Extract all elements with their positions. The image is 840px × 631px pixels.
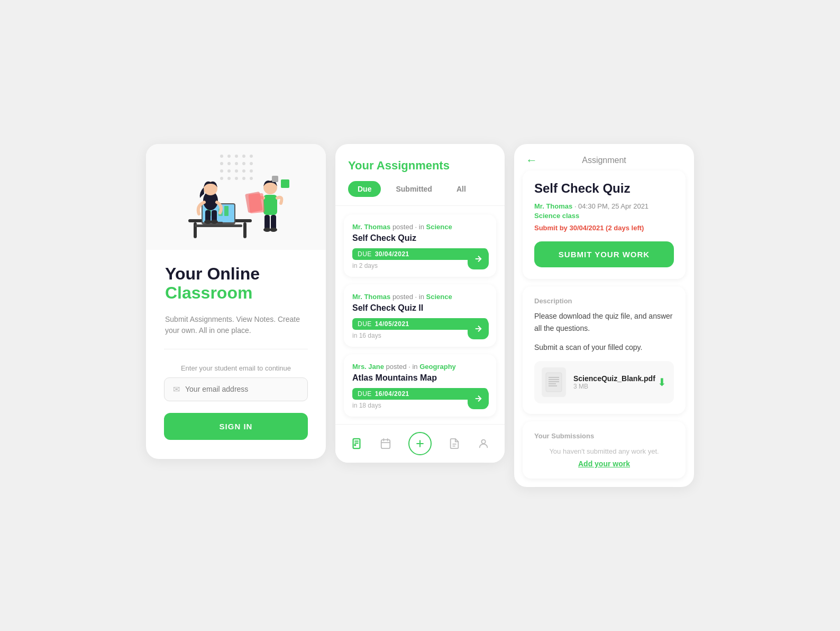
svg-rect-6 <box>217 222 223 224</box>
svg-rect-2 <box>243 222 246 238</box>
screens-container: Your Online Classroom Submit Assignments… <box>146 144 694 486</box>
email-input-container[interactable]: ✉ <box>164 377 308 401</box>
nav-profile-icon[interactable] <box>477 437 490 450</box>
poster-name-1: Mr. Thomas <box>352 223 390 231</box>
file-attachment: ScienceQuiz_Blank.pdf 3 MB ⬇ <box>534 361 674 403</box>
login-subtitle: Submit Assignments. View Notes. Create y… <box>146 307 326 349</box>
email-icon: ✉ <box>173 384 180 394</box>
detail-header: ← Assignment <box>514 144 694 170</box>
due-label-2: DUE <box>358 320 372 328</box>
card-poster-3: Mrs. Jane posted · in Geography <box>352 363 488 371</box>
svg-point-21 <box>263 228 271 232</box>
arrow-button-1[interactable] <box>468 248 489 269</box>
assignment-card: Mr. Thomas posted · in Science Self Chec… <box>344 284 496 347</box>
posted-time: · 04:30 PM, 25 Apr 2021 <box>574 202 649 210</box>
arrow-button-2[interactable] <box>468 318 489 339</box>
card-poster-1: Mr. Thomas posted · in Science <box>352 223 488 231</box>
svg-rect-24 <box>248 193 264 213</box>
poster-name-3: Mrs. Jane <box>352 363 384 371</box>
poster-subject-1: Science <box>426 223 452 231</box>
poster-subject-3: Geography <box>419 363 456 371</box>
poster-text-2: posted · in <box>392 293 426 301</box>
assignments-label: Assignments <box>377 159 450 172</box>
poster-text-1: posted · in <box>392 223 426 231</box>
svg-rect-19 <box>264 215 270 230</box>
svg-rect-10 <box>224 206 229 216</box>
card-title-2: Self Check Quiz II <box>352 303 488 313</box>
tab-all[interactable]: All <box>447 181 476 197</box>
svg-point-16 <box>211 220 218 224</box>
svg-point-42 <box>482 440 486 444</box>
quiz-title: Self Check Quiz <box>534 181 674 196</box>
svg-point-22 <box>270 228 277 232</box>
svg-rect-26 <box>272 176 278 182</box>
svg-rect-34 <box>381 440 390 449</box>
no-submission-text: You haven't submitted any work yet. <box>534 447 674 455</box>
title-line2: Classroom <box>165 284 307 302</box>
title-line1: Your Online <box>165 265 307 283</box>
due-date-2: 14/05/2021 <box>375 320 409 328</box>
login-title-area: Your Online Classroom <box>146 250 326 306</box>
due-text: Submit by 30/04/2021 (2 days left) <box>534 224 674 232</box>
due-date-1: 30/04/2021 <box>375 250 409 258</box>
desc-text-1: Please download the quiz file, and answe… <box>534 310 674 334</box>
svg-rect-20 <box>271 215 276 230</box>
poster-subject-2: Science <box>426 293 452 301</box>
due-label-1: DUE <box>358 250 372 258</box>
svg-rect-25 <box>281 179 289 188</box>
tabs-row: Due Submitted All <box>335 181 505 206</box>
arrow-button-3[interactable] <box>468 388 489 409</box>
nav-calendar-icon[interactable] <box>379 437 392 450</box>
bottom-nav <box>335 424 505 463</box>
teacher-info: Mr. Thomas · 04:30 PM, 25 Apr 2021 <box>534 202 674 210</box>
file-info: ScienceQuiz_Blank.pdf 3 MB <box>573 374 658 390</box>
svg-point-33 <box>354 445 355 446</box>
submissions-card: Your Submissions You haven't submitted a… <box>523 421 686 479</box>
svg-rect-18 <box>263 195 277 215</box>
due-date-3: 16/04/2021 <box>375 390 409 398</box>
nav-add-icon[interactable] <box>408 432 432 455</box>
divider <box>164 349 308 349</box>
card-title-3: Atlas Mountains Map <box>352 373 488 383</box>
submit-work-button[interactable]: SUBMIT YOUR WORK <box>534 241 674 267</box>
teacher-name: Mr. Thomas <box>534 202 572 210</box>
desc-text-2: Submit a scan of your filled copy. <box>534 341 674 353</box>
svg-rect-43 <box>546 373 562 392</box>
nav-assignments-icon[interactable] <box>350 437 363 450</box>
due-label-3: DUE <box>358 390 372 398</box>
signin-button[interactable]: SIGN IN <box>164 413 308 440</box>
submissions-label: Your Submissions <box>534 432 674 440</box>
back-button[interactable]: ← <box>526 154 537 167</box>
class-name: Science class <box>534 212 674 220</box>
file-thumbnail <box>542 367 566 397</box>
assignment-card: Mr. Thomas posted · in Science Self Chec… <box>344 214 496 277</box>
download-icon[interactable]: ⬇ <box>658 376 666 389</box>
detail-top-card: Self Check Quiz Mr. Thomas · 04:30 PM, 2… <box>523 170 686 279</box>
card-title-1: Self Check Quiz <box>352 233 488 243</box>
detail-header-title: Assignment <box>582 156 626 165</box>
description-card: Description Please download the quiz fil… <box>523 286 686 413</box>
tab-submitted[interactable]: Submitted <box>386 181 441 197</box>
svg-point-15 <box>204 220 212 224</box>
nav-notes-icon[interactable] <box>448 437 461 450</box>
poster-name-2: Mr. Thomas <box>352 293 390 301</box>
assignment-card: Mrs. Jane posted · in Geography Atlas Mo… <box>344 354 496 417</box>
desc-label: Description <box>534 297 674 305</box>
illustration-area <box>146 144 326 250</box>
svg-rect-5 <box>195 224 242 227</box>
assignments-title: Your Assignments <box>348 159 492 173</box>
your-label: Your <box>348 159 373 172</box>
file-name: ScienceQuiz_Blank.pdf <box>573 374 658 383</box>
file-size: 3 MB <box>573 383 658 390</box>
login-screen: Your Online Classroom Submit Assignments… <box>146 144 326 458</box>
email-input[interactable] <box>185 385 299 393</box>
tab-due[interactable]: Due <box>348 181 381 197</box>
dot-grid-decoration <box>220 155 255 182</box>
assignments-screen: Your Assignments Due Submitted All Mr. T… <box>335 144 505 463</box>
assignment-detail-screen: ← Assignment Self Check Quiz Mr. Thomas … <box>514 144 694 486</box>
card-poster-2: Mr. Thomas posted · in Science <box>352 293 488 301</box>
add-work-link[interactable]: Add your work <box>534 459 674 468</box>
assignments-header: Your Assignments <box>335 144 505 181</box>
poster-text-3: posted · in <box>386 363 420 371</box>
email-hint: Enter your student email to continue <box>164 364 308 372</box>
